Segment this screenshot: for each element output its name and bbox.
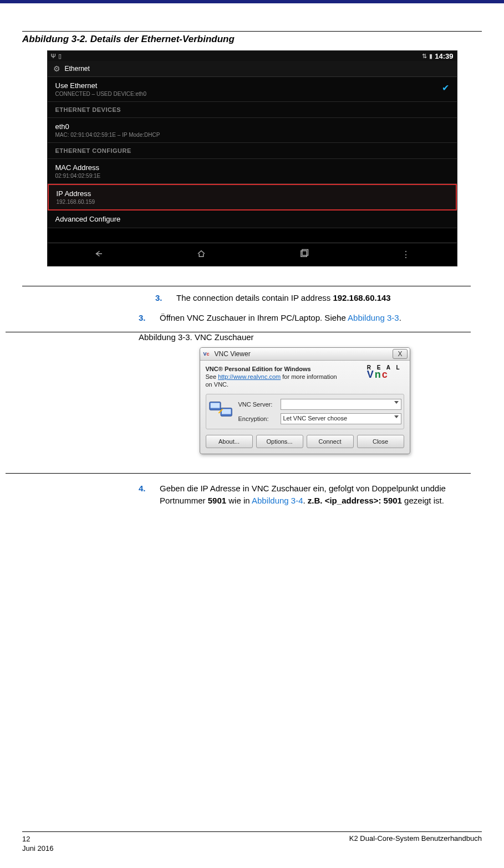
row-label: eth0 <box>55 122 449 131</box>
row-label: ETHERNET CONFIGURE <box>55 147 449 154</box>
nav-home-button[interactable] <box>196 249 206 260</box>
ip-bold: 192.168.60.143 <box>333 293 390 302</box>
figure-rule-bottom <box>22 286 471 286</box>
window-title: VNC Viewer <box>215 350 251 358</box>
step-number: 3. <box>155 292 166 304</box>
text: wie in <box>226 496 252 505</box>
computers-icon <box>208 399 234 421</box>
row-label: IP Address <box>57 189 448 198</box>
figure-3-3: Abbildung 3-3. VNC Zuschauer Vc VNC View… <box>139 332 471 474</box>
encryption-row: Encryption: Let VNC Server choose <box>238 413 401 424</box>
footer-date: Juni 2016 <box>22 844 53 854</box>
status-clock: 14:39 <box>435 52 453 60</box>
android-ethernet-screen: Ψ ▯ ⇅ ▮ 14:39 ⚙ Ethernet Use Ethern <box>47 50 457 266</box>
text: . <box>303 496 308 505</box>
text: The connection details contain IP addres… <box>176 293 333 302</box>
battery-icon: ▮ <box>429 53 432 60</box>
row-sub: 02:91:04:02:59:1E <box>55 173 449 179</box>
row-label: Use Ethernet <box>55 81 449 90</box>
mac-address-row[interactable]: MAC Address 02:91:04:02:59:1E <box>48 159 457 184</box>
vnc-header: VNC® Personal Edition for Windows See ht… <box>206 365 404 389</box>
step-4: 4. Geben die IP Adresse in VNC Zuschauer… <box>139 482 471 507</box>
footer-left: 12 Juni 2016 <box>22 834 53 854</box>
activity-title-bar: ⚙ Ethernet <box>48 61 457 77</box>
info-a: See <box>206 373 218 380</box>
row-label: MAC Address <box>55 163 449 172</box>
vnc-viewer-window: Vc VNC Viewer X VNC® Personal Edition fo… <box>200 347 410 455</box>
nav-back-button[interactable] <box>94 249 104 260</box>
figure-wrapper: Ψ ▯ ⇅ ▮ 14:39 ⚙ Ethernet Use Ethern <box>22 50 482 266</box>
page-content: Abbildung 3-2. Details der Ethernet-Verb… <box>22 0 482 507</box>
network-icon: ⇅ <box>422 53 427 60</box>
vnc-small-logo-icon: Vc <box>203 350 211 358</box>
figure-caption: Abbildung 3-3. VNC Zuschauer <box>139 332 471 342</box>
figure-3-2: Abbildung 3-2. Details der Ethernet-Verb… <box>22 31 482 266</box>
encryption-select[interactable]: Let VNC Server choose <box>281 413 401 424</box>
body-text-column: 3. The connection details contain IP add… <box>22 286 482 507</box>
row-sub: 192.168.60.159 <box>57 199 448 205</box>
row-sub: CONNECTED – USED DEVICE:eth0 <box>55 91 449 97</box>
close-button[interactable]: Close <box>357 435 404 448</box>
activity-title: Ethernet <box>65 65 90 73</box>
example-bold: z.B. <ip_address>: 5901 <box>308 496 402 505</box>
vnc-fields: VNC Server: Encryption: Let VNC Server c… <box>238 399 401 424</box>
step-text: Öffnen VNC Zuschauer in Ihrem PC/Laptop.… <box>160 312 401 324</box>
svg-rect-3 <box>210 403 220 408</box>
port-bold: 5901 <box>208 496 226 505</box>
options-button[interactable]: Options... <box>256 435 303 448</box>
nav-recent-button[interactable] <box>299 249 309 260</box>
text: . <box>399 313 401 322</box>
info-url[interactable]: http://www.realvnc.com <box>218 373 281 380</box>
vnc-form: VNC Server: Encryption: Let VNC Server c… <box>206 394 404 429</box>
connect-button[interactable]: Connect <box>307 435 354 448</box>
figure-link[interactable]: Abbildung 3-4 <box>252 496 303 505</box>
row-label: Advanced Configure <box>55 215 449 223</box>
text: Öffnen VNC Zuschauer in Ihrem PC/Laptop.… <box>160 313 348 322</box>
page-footer: 12 Juni 2016 K2 Dual-Core-System Benutze… <box>22 831 482 854</box>
step-text: The connection details contain IP addres… <box>176 292 391 304</box>
footer-doc-title: K2 Dual-Core-System Benutzerhandbuch <box>349 834 482 843</box>
ip-address-row[interactable]: IP Address 192.168.60.159 <box>48 184 457 210</box>
android-status-bar: Ψ ▯ ⇅ ▮ 14:39 <box>48 51 457 61</box>
ethernet-configure-header: ETHERNET CONFIGURE <box>48 143 457 159</box>
figure-link[interactable]: Abbildung 3-3 <box>348 313 399 322</box>
text: gezeigt ist. <box>402 496 444 505</box>
step-number: 4. <box>139 482 150 507</box>
android-nav-bar: ⋮ <box>48 243 457 266</box>
step-3a: 3. The connection details contain IP add… <box>155 292 471 304</box>
eth0-row[interactable]: eth0 MAC: 02:91:04:02:59:1E – IP Mode:DH… <box>48 118 457 143</box>
usb-icon: Ψ <box>51 53 56 59</box>
step-text: Geben die IP Adresse in VNC Zuschauer ei… <box>160 482 471 507</box>
notification-icon: ▯ <box>58 53 62 60</box>
encryption-label: Encryption: <box>238 415 277 422</box>
svg-rect-5 <box>221 409 231 414</box>
screen-blank-space <box>48 228 457 243</box>
vnc-server-input[interactable] <box>281 399 401 410</box>
status-left-icons: Ψ ▯ <box>51 53 62 60</box>
use-ethernet-row[interactable]: Use Ethernet CONNECTED – USED DEVICE:eth… <box>48 77 457 102</box>
encryption-value: Let VNC Server choose <box>283 415 348 422</box>
dropdown-caret-icon <box>394 415 399 418</box>
about-button[interactable]: About... <box>206 435 253 448</box>
figure-caption: Abbildung 3-2. Details der Ethernet-Verb… <box>22 34 482 45</box>
vnc-button-row: About... Options... Connect Close <box>206 435 404 448</box>
vnc-body: VNC® Personal Edition for Windows See ht… <box>200 361 410 454</box>
step-number: 3. <box>139 312 150 324</box>
figure-rule-top <box>22 31 482 32</box>
row-label: ETHERNET DEVICES <box>55 106 449 113</box>
dropdown-caret-icon <box>394 401 399 404</box>
gear-icon: ⚙ <box>53 64 60 73</box>
info-header: VNC® Personal Edition for Windows <box>206 366 311 372</box>
step-3b: 3. Öffnen VNC Zuschauer in Ihrem PC/Lapt… <box>139 312 471 324</box>
status-right-icons: ⇅ ▮ 14:39 <box>422 52 453 60</box>
page-top-accent <box>0 0 504 3</box>
advanced-configure-row[interactable]: Advanced Configure <box>48 210 457 228</box>
page-number: 12 <box>22 834 53 844</box>
figure-wrapper: Vc VNC Viewer X VNC® Personal Edition fo… <box>139 342 471 466</box>
window-close-button[interactable]: X <box>393 349 407 359</box>
nav-menu-icon[interactable]: ⋮ <box>401 249 410 260</box>
figure-rule-bottom <box>6 473 471 474</box>
row-sub: MAC: 02:91:04:02:59:1E – IP Mode:DHCP <box>55 132 449 138</box>
vnc-info-text: VNC® Personal Edition for Windows See ht… <box>206 365 344 389</box>
check-icon: ✔ <box>442 83 449 93</box>
